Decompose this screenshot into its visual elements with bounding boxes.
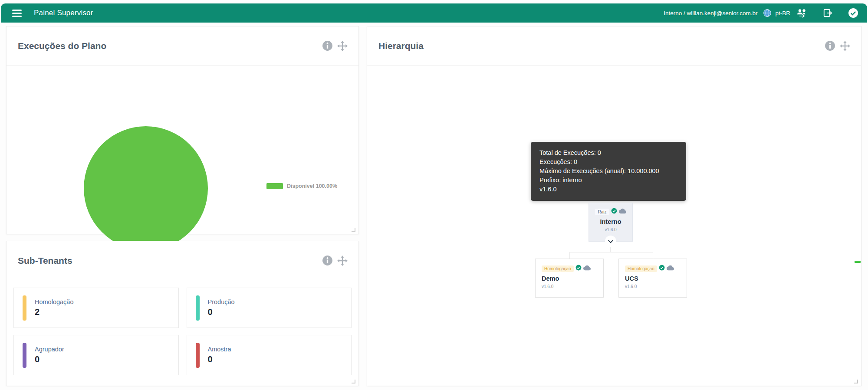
locale-label[interactable]: pt-BR [775, 10, 790, 16]
check-circle-icon [575, 265, 582, 272]
node-badge: Homologação [542, 265, 574, 272]
cloud-icon [667, 265, 674, 272]
panel-executions-title: Execuções do Plano [18, 41, 106, 51]
card-value: 2 [35, 307, 73, 317]
tooltip-line: Máximo de Execuções (anual): 10.000.000 [539, 167, 677, 176]
tree-connector [653, 252, 653, 259]
tree-connector [569, 252, 570, 259]
panel-subtenants: Sub-Tenants [6, 241, 359, 386]
node-badge-row: Raiz [595, 208, 626, 216]
check-circle-icon [659, 265, 665, 272]
legend-label: Disponível 100.00% [287, 183, 337, 189]
user-label: Interno / willian.kenji@senior.com.br [664, 10, 757, 16]
pie-legend-item[interactable]: Disponível 100.00% [266, 183, 337, 189]
panel-executions-header: Execuções do Plano [7, 26, 358, 66]
expand-chevron-down-icon[interactable] [605, 236, 616, 247]
info-icon[interactable] [322, 255, 333, 266]
card-color-bar [196, 343, 200, 368]
move-icon[interactable] [337, 255, 348, 266]
node-version: v1.6.0 [605, 227, 616, 232]
card-label: Amostra [208, 346, 231, 353]
node-tooltip: Total de Execuções: 0 Execuções: 0 Máxim… [531, 142, 686, 201]
cloud-icon [619, 208, 626, 216]
panel-hierarchy-header: Hierarquia [367, 26, 861, 66]
panel-subtenants-header: Sub-Tenants [7, 241, 358, 280]
legend-swatch [266, 183, 283, 189]
top-bar: Painel Supervisor Interno / willian.kenj… [1, 3, 867, 23]
card-label: Agrupador [35, 346, 64, 353]
top-bar-right: Interno / willian.kenji@senior.com.br pt… [664, 8, 858, 18]
panel-hierarchy-title: Hierarquia [378, 41, 424, 51]
logout-icon[interactable] [823, 8, 832, 18]
resize-handle-icon[interactable] [352, 228, 355, 232]
node-badge-row: Homologação [625, 265, 687, 272]
tooltip-line: Execuções: 0 [539, 157, 677, 167]
menu-bar [12, 16, 22, 17]
card-value: 0 [208, 307, 235, 317]
node-name: Interno [600, 218, 621, 225]
card-value: 0 [35, 354, 64, 364]
node-badge: Raiz [595, 209, 609, 215]
check-circle-icon [611, 208, 617, 216]
resize-handle-icon[interactable] [854, 380, 858, 383]
panel-hierarchy: Hierarquia Total de [367, 26, 861, 386]
card-color-bar [23, 343, 26, 368]
panel-tools [322, 40, 348, 52]
node-version: v1.6.0 [625, 284, 687, 289]
panel-tools [825, 40, 851, 52]
move-icon[interactable] [337, 40, 348, 52]
node-name: UCS [625, 275, 687, 282]
card-value: 0 [208, 354, 231, 364]
tree-zoom-indicator [855, 261, 861, 263]
card-label: Homologação [35, 298, 73, 305]
tooltip-line: Total de Execuções: 0 [539, 148, 677, 157]
subtenant-cards: Homologação 2 Produção 0 Agrupador 0 [7, 280, 358, 383]
card-color-bar [196, 295, 200, 321]
info-icon[interactable] [322, 40, 333, 51]
menu-bar [12, 10, 22, 11]
tenant-switch-icon[interactable] [796, 8, 807, 18]
tooltip-line: Prefixo: interno [539, 176, 677, 185]
subtenant-card-amostra: Amostra 0 [187, 335, 352, 375]
cloud-icon [583, 265, 591, 272]
menu-icon[interactable] [11, 8, 23, 19]
panel-executions: Execuções do Plano [6, 26, 359, 234]
panel-tools [322, 255, 348, 266]
panel-subtenants-title: Sub-Tenants [18, 256, 72, 266]
node-version: v1.6.0 [542, 284, 603, 289]
node-badge: Homologação [625, 265, 657, 272]
pie-chart[interactable] [84, 126, 208, 250]
globe-icon[interactable] [763, 9, 772, 17]
card-label: Produção [208, 298, 235, 305]
resize-handle-icon[interactable] [352, 380, 355, 383]
node-badge-row: Homologação [542, 265, 603, 272]
app-title: Painel Supervisor [34, 9, 93, 17]
top-bar-left: Painel Supervisor [11, 8, 93, 19]
tree-node-interno[interactable]: Raiz Interno v1.6.0 [589, 203, 633, 242]
card-color-bar [23, 295, 26, 321]
subtenant-card-agrupador: Agrupador 0 [13, 335, 179, 375]
tree-node-demo[interactable]: Homologação Demo v1.6.0 [535, 259, 604, 298]
tooltip-line: v1.6.0 [539, 185, 677, 194]
tree-connector [569, 252, 653, 252]
status-check-icon[interactable] [848, 8, 858, 18]
node-name: Demo [542, 275, 603, 282]
menu-bar [12, 13, 22, 14]
subtenant-card-homologacao: Homologação 2 [13, 288, 179, 328]
tree-node-ucs[interactable]: Homologação UCS v1.6.0 [618, 259, 687, 298]
move-icon[interactable] [839, 40, 851, 52]
page: Painel Supervisor Interno / willian.kenj… [0, 0, 868, 390]
subtenant-card-producao: Produção 0 [187, 288, 352, 328]
info-icon[interactable] [825, 40, 835, 51]
